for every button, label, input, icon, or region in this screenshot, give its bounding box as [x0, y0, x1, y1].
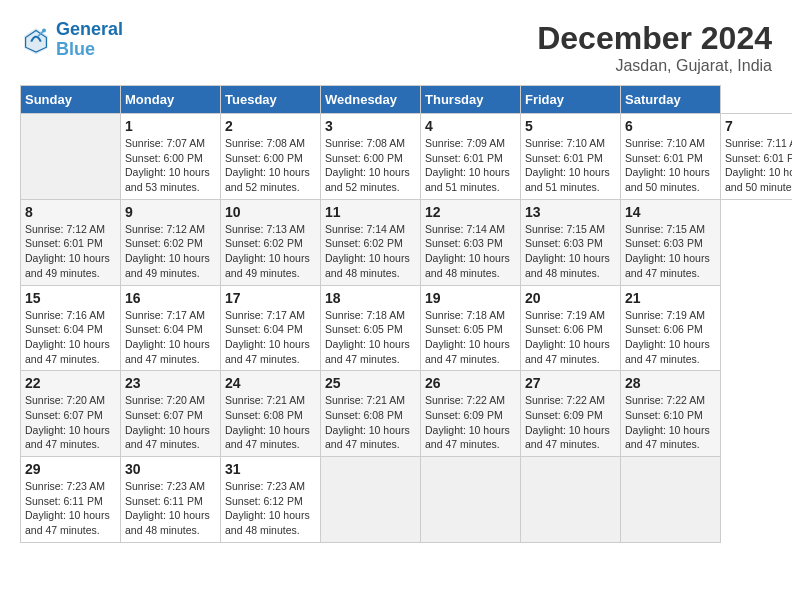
col-header-saturday: Saturday	[621, 86, 721, 114]
day-number: 23	[125, 375, 216, 391]
day-info: Sunrise: 7:15 AM Sunset: 6:03 PM Dayligh…	[625, 222, 716, 281]
table-row: 28 Sunrise: 7:22 AM Sunset: 6:10 PM Dayl…	[621, 371, 721, 457]
col-header-monday: Monday	[121, 86, 221, 114]
day-info: Sunrise: 7:22 AM Sunset: 6:09 PM Dayligh…	[525, 393, 616, 452]
day-number: 29	[25, 461, 116, 477]
table-row: 5 Sunrise: 7:10 AM Sunset: 6:01 PM Dayli…	[521, 114, 621, 200]
col-header-sunday: Sunday	[21, 86, 121, 114]
day-info: Sunrise: 7:21 AM Sunset: 6:08 PM Dayligh…	[225, 393, 316, 452]
day-info: Sunrise: 7:17 AM Sunset: 6:04 PM Dayligh…	[125, 308, 216, 367]
table-row: 31 Sunrise: 7:23 AM Sunset: 6:12 PM Dayl…	[221, 457, 321, 543]
day-info: Sunrise: 7:09 AM Sunset: 6:01 PM Dayligh…	[425, 136, 516, 195]
table-row: 22 Sunrise: 7:20 AM Sunset: 6:07 PM Dayl…	[21, 371, 121, 457]
day-number: 4	[425, 118, 516, 134]
day-number: 5	[525, 118, 616, 134]
table-row	[421, 457, 521, 543]
table-row: 7 Sunrise: 7:11 AM Sunset: 6:01 PM Dayli…	[721, 114, 793, 200]
day-info: Sunrise: 7:07 AM Sunset: 6:00 PM Dayligh…	[125, 136, 216, 195]
day-number: 16	[125, 290, 216, 306]
day-number: 2	[225, 118, 316, 134]
day-info: Sunrise: 7:18 AM Sunset: 6:05 PM Dayligh…	[325, 308, 416, 367]
table-row: 13 Sunrise: 7:15 AM Sunset: 6:03 PM Dayl…	[521, 199, 621, 285]
day-number: 27	[525, 375, 616, 391]
day-info: Sunrise: 7:20 AM Sunset: 6:07 PM Dayligh…	[125, 393, 216, 452]
col-header-tuesday: Tuesday	[221, 86, 321, 114]
day-info: Sunrise: 7:16 AM Sunset: 6:04 PM Dayligh…	[25, 308, 116, 367]
day-info: Sunrise: 7:23 AM Sunset: 6:12 PM Dayligh…	[225, 479, 316, 538]
day-number: 11	[325, 204, 416, 220]
day-number: 26	[425, 375, 516, 391]
day-number: 25	[325, 375, 416, 391]
day-number: 10	[225, 204, 316, 220]
table-row: 21 Sunrise: 7:19 AM Sunset: 6:06 PM Dayl…	[621, 285, 721, 371]
table-row	[21, 114, 121, 200]
day-info: Sunrise: 7:21 AM Sunset: 6:08 PM Dayligh…	[325, 393, 416, 452]
table-row	[621, 457, 721, 543]
table-row: 23 Sunrise: 7:20 AM Sunset: 6:07 PM Dayl…	[121, 371, 221, 457]
day-info: Sunrise: 7:14 AM Sunset: 6:03 PM Dayligh…	[425, 222, 516, 281]
day-number: 24	[225, 375, 316, 391]
table-row: 14 Sunrise: 7:15 AM Sunset: 6:03 PM Dayl…	[621, 199, 721, 285]
table-row	[521, 457, 621, 543]
day-number: 7	[725, 118, 792, 134]
day-info: Sunrise: 7:10 AM Sunset: 6:01 PM Dayligh…	[525, 136, 616, 195]
title-block: December 2024 Jasdan, Gujarat, India	[537, 20, 772, 75]
table-row: 9 Sunrise: 7:12 AM Sunset: 6:02 PM Dayli…	[121, 199, 221, 285]
table-row: 17 Sunrise: 7:17 AM Sunset: 6:04 PM Dayl…	[221, 285, 321, 371]
day-info: Sunrise: 7:11 AM Sunset: 6:01 PM Dayligh…	[725, 136, 792, 195]
day-info: Sunrise: 7:17 AM Sunset: 6:04 PM Dayligh…	[225, 308, 316, 367]
page-header: General Blue December 2024 Jasdan, Gujar…	[20, 20, 772, 75]
day-info: Sunrise: 7:19 AM Sunset: 6:06 PM Dayligh…	[625, 308, 716, 367]
calendar-table: SundayMondayTuesdayWednesdayThursdayFrid…	[20, 85, 792, 543]
table-row: 27 Sunrise: 7:22 AM Sunset: 6:09 PM Dayl…	[521, 371, 621, 457]
day-number: 20	[525, 290, 616, 306]
day-number: 3	[325, 118, 416, 134]
day-info: Sunrise: 7:12 AM Sunset: 6:01 PM Dayligh…	[25, 222, 116, 281]
day-number: 30	[125, 461, 216, 477]
table-row: 29 Sunrise: 7:23 AM Sunset: 6:11 PM Dayl…	[21, 457, 121, 543]
day-info: Sunrise: 7:22 AM Sunset: 6:09 PM Dayligh…	[425, 393, 516, 452]
day-info: Sunrise: 7:18 AM Sunset: 6:05 PM Dayligh…	[425, 308, 516, 367]
table-row: 19 Sunrise: 7:18 AM Sunset: 6:05 PM Dayl…	[421, 285, 521, 371]
logo: General Blue	[20, 20, 123, 60]
col-header-thursday: Thursday	[421, 86, 521, 114]
day-number: 1	[125, 118, 216, 134]
table-row: 8 Sunrise: 7:12 AM Sunset: 6:01 PM Dayli…	[21, 199, 121, 285]
col-header-friday: Friday	[521, 86, 621, 114]
day-number: 13	[525, 204, 616, 220]
day-number: 6	[625, 118, 716, 134]
day-info: Sunrise: 7:22 AM Sunset: 6:10 PM Dayligh…	[625, 393, 716, 452]
table-row: 4 Sunrise: 7:09 AM Sunset: 6:01 PM Dayli…	[421, 114, 521, 200]
day-info: Sunrise: 7:08 AM Sunset: 6:00 PM Dayligh…	[225, 136, 316, 195]
day-number: 28	[625, 375, 716, 391]
table-row: 20 Sunrise: 7:19 AM Sunset: 6:06 PM Dayl…	[521, 285, 621, 371]
table-row: 30 Sunrise: 7:23 AM Sunset: 6:11 PM Dayl…	[121, 457, 221, 543]
day-info: Sunrise: 7:15 AM Sunset: 6:03 PM Dayligh…	[525, 222, 616, 281]
day-number: 18	[325, 290, 416, 306]
day-number: 31	[225, 461, 316, 477]
table-row	[321, 457, 421, 543]
day-info: Sunrise: 7:08 AM Sunset: 6:00 PM Dayligh…	[325, 136, 416, 195]
day-number: 22	[25, 375, 116, 391]
day-number: 17	[225, 290, 316, 306]
table-row: 24 Sunrise: 7:21 AM Sunset: 6:08 PM Dayl…	[221, 371, 321, 457]
day-info: Sunrise: 7:19 AM Sunset: 6:06 PM Dayligh…	[525, 308, 616, 367]
day-info: Sunrise: 7:10 AM Sunset: 6:01 PM Dayligh…	[625, 136, 716, 195]
day-number: 19	[425, 290, 516, 306]
location-title: Jasdan, Gujarat, India	[537, 57, 772, 75]
table-row: 25 Sunrise: 7:21 AM Sunset: 6:08 PM Dayl…	[321, 371, 421, 457]
day-number: 14	[625, 204, 716, 220]
day-info: Sunrise: 7:13 AM Sunset: 6:02 PM Dayligh…	[225, 222, 316, 281]
day-info: Sunrise: 7:23 AM Sunset: 6:11 PM Dayligh…	[25, 479, 116, 538]
day-number: 21	[625, 290, 716, 306]
table-row: 11 Sunrise: 7:14 AM Sunset: 6:02 PM Dayl…	[321, 199, 421, 285]
day-number: 9	[125, 204, 216, 220]
day-info: Sunrise: 7:12 AM Sunset: 6:02 PM Dayligh…	[125, 222, 216, 281]
day-number: 8	[25, 204, 116, 220]
day-info: Sunrise: 7:23 AM Sunset: 6:11 PM Dayligh…	[125, 479, 216, 538]
table-row: 6 Sunrise: 7:10 AM Sunset: 6:01 PM Dayli…	[621, 114, 721, 200]
svg-point-2	[42, 28, 46, 32]
month-title: December 2024	[537, 20, 772, 57]
table-row: 10 Sunrise: 7:13 AM Sunset: 6:02 PM Dayl…	[221, 199, 321, 285]
day-number: 12	[425, 204, 516, 220]
